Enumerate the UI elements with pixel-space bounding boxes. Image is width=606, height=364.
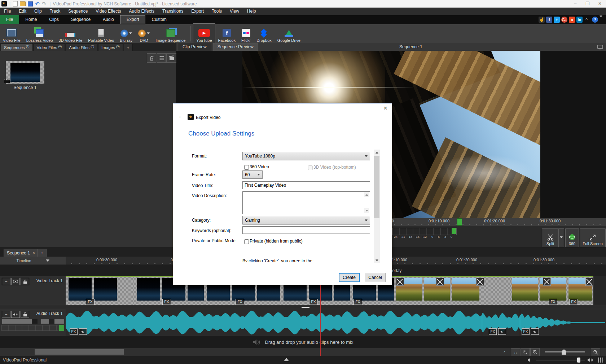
menu-edit[interactable]: Edit — [15, 8, 30, 15]
new-project-icon[interactable] — [13, 1, 18, 6]
tab-export[interactable]: Export — [120, 15, 146, 24]
toolbar-image-sequence[interactable]: Image Sequence — [153, 24, 188, 44]
fx-badge[interactable]: FX — [309, 299, 318, 305]
save-project-icon[interactable] — [28, 1, 33, 6]
audio-track-lock-button[interactable] — [21, 311, 29, 318]
toolbar-dropbox[interactable]: Dropbox — [254, 24, 275, 44]
scrollbar-up-icon[interactable] — [374, 150, 380, 155]
video-clip[interactable] — [66, 276, 134, 305]
new-sequence-button[interactable] — [166, 53, 177, 63]
dialog-back-icon[interactable]: ← — [178, 112, 185, 120]
track-resize-handle[interactable] — [302, 307, 309, 308]
stumbleupon-icon[interactable]: u — [569, 17, 575, 23]
tab-add-bin[interactable]: + — [124, 44, 133, 51]
tab-sequences[interactable]: Sequences (1) — [1, 43, 33, 51]
toolbar-dvd[interactable]: DVD — [135, 24, 153, 44]
tab-images[interactable]: Images (5) — [98, 43, 123, 51]
menu-tools[interactable]: Tools — [208, 8, 226, 15]
menu-export[interactable]: Export — [187, 8, 208, 15]
detach-preview-icon[interactable] — [597, 45, 603, 49]
fx-badge[interactable]: FX — [236, 299, 244, 305]
timeline-sequence-tab[interactable]: Sequence 1 × — [4, 249, 38, 257]
fit-timeline-button[interactable]: ↔ — [511, 348, 520, 356]
fx-badge[interactable]: FX — [569, 299, 578, 305]
toolbar-google-drive[interactable]: Google Drive — [275, 24, 303, 44]
tab-sequence[interactable]: Sequence — [65, 15, 97, 24]
delete-clip-button[interactable] — [147, 53, 156, 63]
seek-position-marker[interactable] — [457, 218, 462, 226]
tab-sequence-preview[interactable]: Sequence Preview — [213, 43, 258, 51]
menu-audio-effects[interactable]: Audio Effects — [125, 8, 159, 15]
speaker-low-icon[interactable] — [527, 358, 532, 362]
dvd-dropdown-icon[interactable] — [147, 32, 150, 34]
fx-badge[interactable]: FX — [86, 299, 95, 305]
facebook-share-icon[interactable]: f — [546, 17, 552, 23]
tab-home[interactable]: Home — [19, 15, 43, 24]
collapse-ribbon-icon[interactable]: ^ — [585, 17, 588, 22]
video-title-input[interactable] — [242, 181, 370, 189]
open-project-icon[interactable] — [20, 1, 26, 6]
close-button[interactable]: ✕ — [594, 0, 606, 8]
tab-file[interactable]: File — [0, 15, 19, 24]
audio-volume-slider[interactable] — [2, 319, 38, 324]
timeline-add-sequence-tab[interactable]: + — [38, 249, 47, 257]
toolbar-lossless-video[interactable]: Lossless Video — [23, 24, 56, 44]
minimize-button[interactable]: – — [569, 0, 581, 8]
speaker-loud-icon[interactable] — [587, 358, 593, 363]
audio-fx-badge[interactable]: FX — [70, 328, 78, 335]
audio-volume-badge[interactable] — [531, 328, 539, 335]
scrollbar-thumb[interactable] — [374, 156, 379, 218]
maximize-button[interactable]: ❐ — [581, 0, 594, 8]
toolbar-video-file[interactable]: Video File — [0, 24, 23, 44]
redo-icon[interactable]: ↷ — [42, 1, 47, 7]
fx-badge[interactable]: FX — [354, 299, 362, 305]
like-icon[interactable]: ☝ — [539, 17, 545, 23]
menu-track[interactable]: Track — [46, 8, 65, 15]
video-description-textarea[interactable] — [242, 191, 370, 214]
audio-drop-zone[interactable]: Drag and drop your audio clips here to m… — [0, 336, 606, 348]
category-dropdown[interactable]: Gaming — [242, 216, 370, 225]
video-clip-gap[interactable] — [482, 276, 511, 305]
tab-video-files[interactable]: Video Files (6) — [34, 43, 65, 51]
tab-custom[interactable]: Custom — [145, 15, 172, 24]
menu-file[interactable]: File — [0, 8, 15, 15]
help-icon[interactable]: ? — [592, 17, 598, 23]
scroll-up-icon[interactable] — [364, 192, 369, 197]
video-track-visibility-button[interactable] — [11, 278, 20, 285]
zoom-in-button[interactable] — [591, 348, 600, 356]
menu-transitions[interactable]: Transitions — [158, 8, 187, 15]
menu-sequence[interactable]: Sequence — [64, 8, 92, 15]
fx-badge[interactable]: FX — [162, 299, 171, 305]
timeline-zoom-slider-thumb[interactable] — [562, 349, 566, 355]
split-button[interactable]: Split — [542, 228, 559, 247]
fullscreen-button[interactable]: Full Screen — [580, 228, 606, 247]
cancel-button[interactable]: Cancel — [365, 273, 386, 282]
scroll-down-icon[interactable] — [364, 208, 369, 213]
menu-video-effects[interactable]: Video Effects — [92, 8, 125, 15]
format-dropdown[interactable]: YouTube 1080p — [242, 152, 370, 160]
tab-audio-files[interactable]: Audio Files (6) — [66, 43, 97, 51]
privacy-checkbox[interactable] — [244, 239, 249, 244]
transition-icon[interactable] — [476, 278, 484, 286]
timeline-view-selector[interactable]: Timeline — [0, 257, 66, 265]
list-view-button[interactable] — [157, 53, 166, 63]
linkedin-icon[interactable]: in — [576, 17, 583, 23]
menu-view[interactable]: View — [226, 8, 243, 15]
audio-pan-slider[interactable] — [41, 319, 64, 324]
help-dropdown-icon[interactable] — [600, 15, 602, 22]
bluray-dropdown-icon[interactable] — [129, 32, 132, 34]
keywords-input[interactable] — [242, 226, 370, 234]
tab-clip-preview[interactable]: Clip Preview — [178, 43, 211, 51]
collapse-video-track-button[interactable]: − — [2, 278, 10, 285]
transition-icon[interactable] — [396, 278, 404, 286]
audio-fx-badge[interactable]: FX — [522, 328, 530, 335]
dialog-scrollbar[interactable] — [374, 150, 380, 263]
toolbar-3d-video-file[interactable]: 3D Video File — [56, 24, 85, 44]
toolbar-youtube[interactable]: ▶ YouTube — [193, 23, 215, 44]
transition-icon[interactable] — [543, 278, 551, 286]
tab-audio[interactable]: Audio — [97, 15, 120, 24]
zoom-selection-button[interactable] — [521, 348, 530, 356]
googleplus-icon[interactable]: G+ — [561, 17, 567, 23]
toolbar-flickr[interactable]: Flickr — [238, 24, 254, 44]
menu-clip[interactable]: Clip — [30, 8, 46, 15]
